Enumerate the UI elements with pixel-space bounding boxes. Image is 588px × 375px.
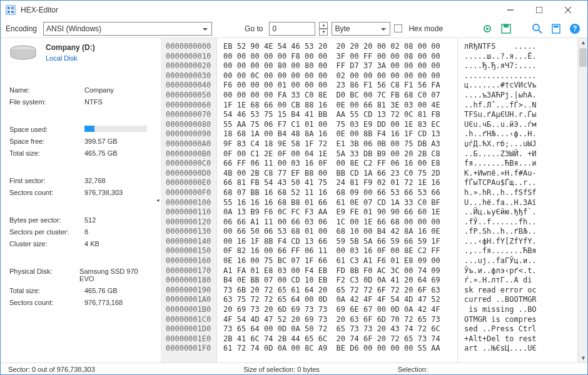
tot-key: Total size:	[9, 149, 84, 157]
spc-key: Sectors per cluster:	[9, 228, 84, 236]
cs-key: Cluster size:	[9, 240, 84, 248]
ptot-value: 465.76 GB	[84, 287, 118, 294]
status-selection: Selection:	[373, 366, 580, 373]
goto-input[interactable]: 0	[269, 22, 315, 36]
save-icon[interactable]	[499, 21, 514, 36]
svg-line-14	[539, 30, 542, 33]
pd-key: Physical Disk:	[9, 268, 79, 282]
settings-icon[interactable]	[480, 21, 495, 36]
svg-rect-2	[11, 7, 14, 9]
encoding-label: Encoding	[6, 24, 37, 33]
ptot-key: Total size:	[9, 287, 84, 294]
hexmode-label: Hex mode	[408, 24, 443, 33]
window-title: HEX-Editor	[21, 6, 496, 14]
cs-value: 4 KB	[84, 240, 99, 248]
search-icon[interactable]	[530, 21, 545, 36]
hex-view[interactable]: 0000000000 0000000010 0000000020 0000000…	[161, 38, 587, 362]
svg-rect-12	[504, 24, 509, 28]
scrollbar-thumb[interactable]	[579, 48, 587, 67]
fs-key: File system:	[9, 98, 84, 106]
close-button[interactable]	[554, 1, 582, 19]
psc-value: 976,773,168	[84, 299, 123, 306]
goto-spinner[interactable]: ▲▼	[319, 22, 328, 36]
pd-value: Samsung SSD 970 EVO	[79, 268, 150, 282]
tot-value: 465.75 GB	[84, 149, 118, 157]
bytes-column[interactable]: EB 52 90 4E 54 46 53 20 20 20 20 00 02 0…	[217, 38, 457, 362]
svg-rect-16	[554, 26, 559, 28]
psc-key: Sectors count:	[9, 299, 84, 306]
maximize-button[interactable]	[525, 1, 554, 19]
ascii-column[interactable]: лRђNTFS ..... .....ш..?.я...Ё. ....Ђ.Ђ.я…	[457, 38, 577, 362]
scount-key: Sectors count:	[9, 189, 84, 196]
status-bar: Sector: 0 out of 976,738,303 Size of sel…	[1, 362, 587, 375]
name-value: Company	[84, 86, 114, 94]
status-selection-size: Size of selection: 0 bytes	[190, 366, 372, 373]
svg-rect-3	[8, 11, 10, 13]
svg-point-13	[533, 24, 539, 31]
hexmode-checkbox[interactable]	[394, 24, 402, 32]
titlebar: HEX-Editor	[1, 1, 587, 19]
disk-type-link[interactable]: Local Disk	[46, 54, 95, 62]
encoding-select[interactable]: ANSI (Windows)	[43, 22, 212, 36]
app-icon	[6, 5, 16, 15]
fs-value: NTFS	[84, 98, 103, 106]
disk-icon	[9, 44, 37, 61]
bps-value: 512	[84, 216, 96, 224]
help-icon[interactable]: ?	[567, 21, 582, 36]
spc-value: 8	[84, 228, 88, 236]
svg-rect-1	[8, 7, 10, 9]
scount-value: 976,738,303	[84, 189, 123, 196]
svg-point-10	[486, 28, 489, 30]
bps-key: Bytes per sector:	[9, 216, 84, 224]
fsec-key: First sector:	[9, 177, 84, 184]
free-value: 399.57 GB	[84, 138, 118, 145]
toolbar: Encoding ANSI (Windows) Go to 0 ▲▼ Byte …	[1, 19, 587, 38]
status-sector: Sector: 0 out of 976,738,303	[8, 366, 190, 373]
fsec-value: 32,768	[84, 177, 106, 184]
vertical-scrollbar[interactable]: ▲ ▼	[577, 38, 587, 362]
unit-select[interactable]: Byte	[332, 22, 390, 36]
name-key: Name:	[9, 86, 84, 94]
offset-column: 0000000000 0000000010 0000000020 0000000…	[161, 38, 217, 362]
minimize-button[interactable]	[496, 1, 525, 19]
free-key: Space free:	[9, 138, 84, 145]
svg-rect-6	[536, 7, 542, 13]
svg-text:?: ?	[572, 24, 577, 33]
used-key: Space used:	[9, 126, 84, 133]
disk-name: Company (D:)	[46, 43, 95, 52]
calculator-icon[interactable]	[549, 21, 564, 36]
goto-label: Go to	[245, 24, 263, 33]
sidebar: Company (D:) Local Disk Name:Company Fil…	[1, 38, 158, 362]
svg-rect-4	[11, 11, 14, 13]
space-used-bar	[84, 126, 147, 132]
